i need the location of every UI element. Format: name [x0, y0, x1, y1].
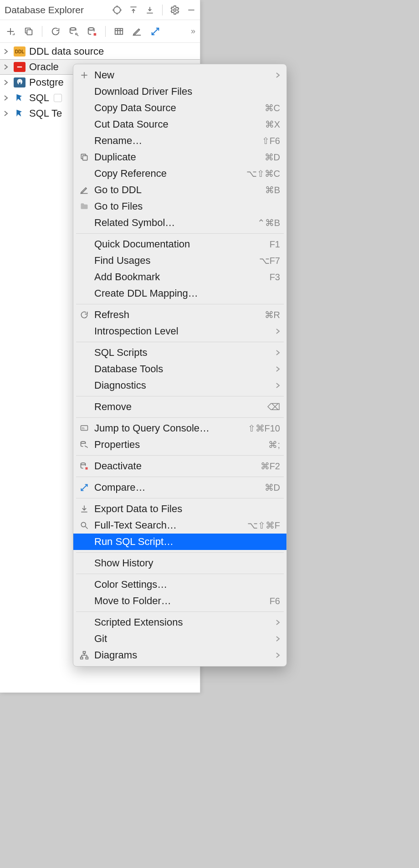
svg-line-24	[155, 28, 158, 31]
minimize-icon[interactable]	[185, 4, 197, 16]
menu-item[interactable]: Introspection Level	[73, 323, 286, 339]
menu-item[interactable]: Database Tools	[73, 361, 286, 377]
folder-icon	[78, 201, 91, 212]
chevron-right-icon[interactable]	[4, 95, 10, 101]
datasource-icon: DDL	[14, 46, 26, 56]
menu-item[interactable]: Export Data to Files	[73, 501, 286, 517]
compare-icon	[78, 482, 91, 493]
compare-icon[interactable]	[148, 25, 162, 38]
menu-item[interactable]: Copy Data Source⌘C	[73, 100, 286, 116]
expand-all-icon[interactable]	[128, 4, 139, 16]
menu-item[interactable]: Remove⌫	[73, 399, 286, 415]
chevron-right-icon	[276, 328, 280, 334]
menu-item[interactable]: Move to Folder…F6	[73, 593, 286, 609]
menu-item[interactable]: Related Symbol…⌃⌘B	[73, 215, 286, 231]
menu-item[interactable]: Find Usages⌥F7	[73, 252, 286, 269]
menu-item-label: Run SQL Script…	[94, 536, 280, 548]
menu-separator	[76, 304, 284, 304]
datasource-icon	[14, 62, 26, 72]
menu-item-shortcut: ⌘B	[265, 185, 280, 195]
menu-item-shortcut: ⌘;	[268, 439, 280, 450]
menu-item[interactable]: Deactivate⌘F2	[73, 458, 286, 474]
plus-icon	[78, 70, 91, 81]
more-icon[interactable]: »	[191, 26, 196, 36]
chevron-right-icon[interactable]	[4, 49, 10, 54]
menu-item[interactable]: Create DDL Mapping…	[73, 285, 286, 302]
menu-item[interactable]: Diagrams	[73, 647, 286, 663]
menu-item[interactable]: QLJump to Query Console…⇧⌘F10	[73, 420, 286, 437]
menu-item[interactable]: Scripted Extensions	[73, 614, 286, 631]
menu-item[interactable]: Refresh⌘R	[73, 307, 286, 323]
db-stop-icon[interactable]	[85, 25, 99, 38]
svg-line-44	[86, 527, 88, 529]
svg-point-9	[174, 9, 176, 11]
chevron-right-icon[interactable]	[4, 80, 10, 85]
duplicate-icon[interactable]	[22, 25, 36, 38]
menu-item[interactable]: Git	[73, 631, 286, 647]
svg-line-39	[84, 484, 87, 488]
menu-item[interactable]: Cut Data Source⌘X	[73, 116, 286, 133]
menu-separator	[76, 396, 284, 396]
menu-separator	[76, 552, 284, 553]
menu-item-label: Full-Text Search…	[94, 519, 244, 531]
menu-item-label: Compare…	[94, 482, 261, 493]
db-wrench-icon[interactable]	[67, 25, 81, 38]
menu-item[interactable]: Go to DDL⌘B	[73, 182, 286, 198]
menu-item[interactable]: Run SQL Script…	[73, 534, 286, 550]
chevron-right-icon[interactable]	[4, 64, 10, 70]
add-icon[interactable]	[4, 25, 17, 38]
datasource-label: SQL	[29, 92, 49, 104]
menu-item[interactable]: Diagnostics	[73, 377, 286, 394]
gear-icon[interactable]	[169, 4, 181, 16]
menu-item[interactable]: Color Settings…	[73, 576, 286, 593]
menu-item[interactable]: Compare…⌘D	[73, 479, 286, 496]
blank-icon	[78, 558, 91, 569]
menu-item[interactable]: Rename…⇧F6	[73, 133, 286, 149]
datasource-icon	[14, 93, 26, 103]
menu-separator	[76, 342, 284, 342]
target-icon[interactable]	[111, 4, 123, 16]
menu-item[interactable]: Duplicate⌘D	[73, 149, 286, 165]
panel-header-icons	[111, 4, 197, 16]
menu-item-label: Jump to Query Console…	[94, 422, 244, 434]
menu-item-label: Deactivate	[94, 460, 257, 472]
menu-item-shortcut: ⌘C	[265, 103, 280, 113]
blank-icon	[78, 168, 91, 179]
menu-item[interactable]: Download Driver Files	[73, 83, 286, 100]
svg-point-28	[18, 81, 19, 82]
menu-item[interactable]: SQL Scripts	[73, 344, 286, 361]
menu-item[interactable]: Add BookmarkF3	[73, 269, 286, 285]
blank-icon	[78, 217, 91, 228]
chevron-right-icon	[276, 366, 280, 372]
table-icon[interactable]	[112, 25, 126, 38]
refresh-icon[interactable]	[49, 25, 62, 38]
datasource-row[interactable]: DDLDDL data source	[0, 44, 200, 59]
menu-item[interactable]: Full-Text Search…⌥⇧⌘F	[73, 517, 286, 534]
svg-text:QL: QL	[82, 426, 86, 430]
blank-icon	[78, 288, 91, 299]
blank-icon	[78, 119, 91, 130]
blank-icon	[78, 347, 91, 358]
svg-point-43	[81, 522, 86, 527]
menu-item-label: Go to DDL	[94, 184, 261, 196]
menu-item[interactable]: Show History	[73, 555, 286, 571]
menu-item[interactable]: Go to Files	[73, 198, 286, 215]
blank-icon	[78, 239, 91, 250]
menu-item-shortcut: ⇧⌘F10	[248, 423, 280, 434]
menu-item-label: Duplicate	[94, 151, 261, 163]
chevron-right-icon	[276, 72, 280, 78]
menu-item[interactable]: Quick DocumentationF1	[73, 236, 286, 252]
menu-item[interactable]: Properties⌘;	[73, 437, 286, 453]
wrench-icon	[78, 439, 91, 450]
pencil-icon[interactable]	[130, 25, 144, 38]
svg-rect-18	[94, 33, 97, 36]
svg-rect-19	[115, 28, 123, 34]
blank-icon	[78, 364, 91, 375]
collapse-all-icon[interactable]	[144, 4, 156, 16]
blank-icon	[78, 596, 91, 606]
menu-item[interactable]: New	[73, 67, 286, 83]
datasource-icon	[14, 77, 26, 87]
chevron-right-icon[interactable]	[4, 111, 10, 116]
menu-item[interactable]: Copy Reference⌥⇧⌘C	[73, 165, 286, 182]
menu-item-label: Copy Data Source	[94, 102, 261, 114]
